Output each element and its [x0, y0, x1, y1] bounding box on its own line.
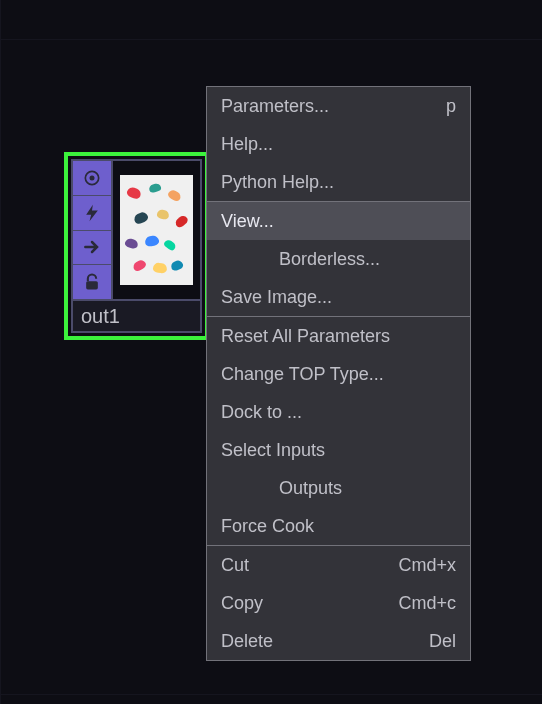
viewer-flag[interactable]: [73, 161, 111, 196]
menu-item-label: View...: [221, 211, 274, 232]
lock-open-icon: [82, 272, 102, 292]
grid-line: [0, 39, 542, 40]
lightning-icon: [82, 203, 102, 223]
menu-item-label: Help...: [221, 134, 273, 155]
menu-item-label: Outputs: [279, 478, 342, 499]
menu-item-label: Force Cook: [221, 516, 314, 537]
menu-item-select-inputs[interactable]: Select Inputs: [207, 431, 470, 469]
menu-item-shortcut: Cmd+x: [398, 555, 456, 576]
grid-line: [0, 694, 542, 695]
menu-item-label: Parameters...: [221, 96, 329, 117]
menu-item-label: Python Help...: [221, 172, 334, 193]
menu-item-label: Copy: [221, 593, 263, 614]
menu-item-parameters[interactable]: Parameters... p: [207, 87, 470, 125]
thumbnail-image: [120, 175, 194, 285]
menu-item-label: Select Inputs: [221, 440, 325, 461]
menu-item-shortcut: Cmd+c: [398, 593, 456, 614]
menu-item-copy[interactable]: Copy Cmd+c: [207, 584, 470, 622]
menu-item-label: Dock to ...: [221, 402, 302, 423]
svg-point-1: [90, 175, 95, 180]
node-thumbnail[interactable]: [113, 159, 202, 301]
menu-item-force-cook[interactable]: Force Cook: [207, 507, 470, 545]
clone-immune-flag[interactable]: [73, 231, 111, 266]
menu-item-cut[interactable]: Cut Cmd+x: [207, 546, 470, 584]
node-name-label[interactable]: out1: [71, 301, 202, 333]
menu-item-label: Borderless...: [279, 249, 380, 270]
lock-flag[interactable]: [73, 265, 111, 299]
menu-item-label: Save Image...: [221, 287, 332, 308]
grid-line: [0, 0, 1, 704]
menu-item-label: Change TOP Type...: [221, 364, 384, 385]
menu-item-borderless[interactable]: Borderless...: [207, 240, 470, 278]
menu-item-change-top-type[interactable]: Change TOP Type...: [207, 355, 470, 393]
menu-item-dock-to[interactable]: Dock to ...: [207, 393, 470, 431]
node-flag-column: [71, 159, 113, 301]
menu-item-label: Reset All Parameters: [221, 326, 390, 347]
menu-item-reset-all-parameters[interactable]: Reset All Parameters: [207, 317, 470, 355]
menu-item-python-help[interactable]: Python Help...: [207, 163, 470, 201]
menu-item-help[interactable]: Help...: [207, 125, 470, 163]
bypass-flag[interactable]: [73, 196, 111, 231]
top-node-out1[interactable]: out1: [64, 152, 209, 340]
svg-rect-2: [86, 281, 98, 289]
node-body: [71, 159, 202, 301]
node-name-text: out1: [81, 305, 120, 328]
target-icon: [82, 168, 102, 188]
arrow-right-icon: [82, 237, 102, 257]
menu-item-view[interactable]: View...: [207, 202, 470, 240]
menu-item-save-image[interactable]: Save Image...: [207, 278, 470, 316]
menu-item-shortcut: Del: [429, 631, 456, 652]
menu-item-label: Cut: [221, 555, 249, 576]
menu-item-shortcut: p: [446, 96, 456, 117]
menu-item-delete[interactable]: Delete Del: [207, 622, 470, 660]
menu-item-label: Delete: [221, 631, 273, 652]
menu-item-outputs[interactable]: Outputs: [207, 469, 470, 507]
node-context-menu: Parameters... p Help... Python Help... V…: [206, 86, 471, 661]
